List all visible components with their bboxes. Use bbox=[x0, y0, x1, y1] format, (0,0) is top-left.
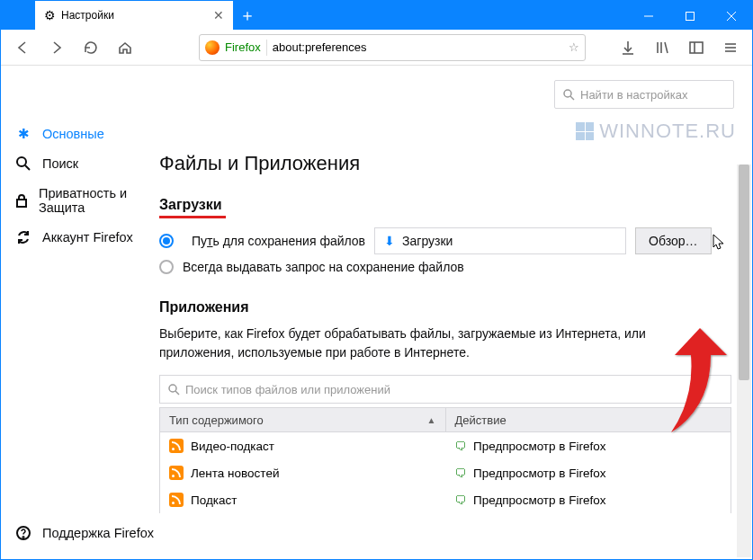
browser-tab[interactable]: ⚙ Настройки ✕ bbox=[35, 1, 233, 30]
watermark: WINNOTE.RU bbox=[576, 120, 736, 143]
divider bbox=[266, 40, 267, 56]
close-tab-icon[interactable]: ✕ bbox=[213, 8, 224, 22]
window-close-button[interactable] bbox=[711, 3, 752, 30]
address-bar[interactable]: Firefox about:preferences ☆ bbox=[199, 34, 586, 61]
search-icon bbox=[167, 383, 180, 396]
preview-icon: 🗨 bbox=[454, 440, 466, 453]
menu-button[interactable] bbox=[716, 33, 745, 62]
gear-icon: ✱ bbox=[13, 127, 33, 141]
preferences-content: WINNOTE.RU Найти в настройках Файлы и Пр… bbox=[152, 66, 752, 559]
apps-search-placeholder: Поиск типов файлов или приложений bbox=[185, 383, 390, 396]
download-folder-name: Загрузки bbox=[402, 234, 453, 248]
col-action: Действие bbox=[446, 408, 731, 431]
table-header[interactable]: Тип содержимого▲ Действие bbox=[159, 407, 731, 432]
svg-point-21 bbox=[169, 385, 176, 392]
new-tab-button[interactable]: ＋ bbox=[233, 1, 262, 30]
sidebar-label: Поддержка Firefox bbox=[42, 526, 154, 540]
url-text: about:preferences bbox=[273, 40, 367, 54]
sidebar-label: Поиск bbox=[42, 156, 78, 171]
apps-heading: Приложения bbox=[159, 299, 249, 316]
sync-icon bbox=[13, 229, 33, 245]
col-content-type: Тип содержимого▲ bbox=[160, 408, 446, 431]
preferences-search[interactable]: Найти в настройках bbox=[554, 80, 734, 109]
svg-rect-16 bbox=[17, 200, 26, 207]
lock-icon bbox=[13, 192, 30, 209]
save-to-row: Путь для сохранения файлов ⬇ Загрузки Об… bbox=[159, 227, 736, 254]
svg-point-19 bbox=[564, 90, 571, 97]
radio-save-to[interactable] bbox=[159, 234, 174, 248]
svg-line-15 bbox=[25, 165, 30, 170]
sort-asc-icon: ▲ bbox=[427, 415, 436, 425]
download-folder-field[interactable]: ⬇ Загрузки bbox=[374, 227, 626, 254]
scrollbar-thumb[interactable] bbox=[739, 164, 749, 380]
rss-icon bbox=[169, 439, 184, 453]
svg-line-20 bbox=[570, 96, 574, 100]
help-icon bbox=[13, 525, 33, 541]
home-button[interactable] bbox=[111, 33, 139, 62]
forward-button[interactable] bbox=[42, 33, 71, 62]
table-row[interactable]: Лента новостей 🗨Предпросмотр в Firefox bbox=[159, 459, 731, 486]
section-title: Файлы и Приложения bbox=[159, 152, 736, 175]
sidebar-label: Приватность и Защита bbox=[39, 186, 139, 215]
window-maximize-button[interactable] bbox=[669, 3, 711, 30]
preferences-sidebar: ✱ Основные Поиск Приватность и Защита Ак… bbox=[1, 66, 152, 559]
search-icon bbox=[562, 88, 575, 101]
svg-line-8 bbox=[665, 42, 668, 53]
gear-icon: ⚙ bbox=[44, 8, 56, 22]
back-button[interactable] bbox=[8, 33, 37, 62]
sidebar-item-account[interactable]: Аккаунт Firefox bbox=[1, 222, 152, 253]
table-row[interactable]: Подкаст 🗨Предпросмотр в Firefox bbox=[159, 486, 731, 513]
browser-navbar: Firefox about:preferences ☆ bbox=[1, 30, 752, 66]
table-row[interactable]: Видео-подкаст 🗨Предпросмотр в Firefox bbox=[159, 432, 731, 459]
preview-icon: 🗨 bbox=[454, 493, 466, 507]
tab-title: Настройки bbox=[61, 9, 114, 22]
sidebar-item-search[interactable]: Поиск bbox=[1, 148, 152, 179]
browse-button[interactable]: Обзор… bbox=[635, 227, 711, 254]
sidebar-item-general[interactable]: ✱ Основные bbox=[1, 120, 152, 148]
sidebar-item-privacy[interactable]: Приватность и Защита bbox=[1, 179, 152, 222]
library-button[interactable] bbox=[648, 33, 677, 62]
svg-point-14 bbox=[17, 157, 26, 166]
sidebar-label: Основные bbox=[42, 127, 104, 141]
always-ask-label: Всегда выдавать запрос на сохранение фай… bbox=[183, 260, 464, 274]
window-titlebar: ⚙ Настройки ✕ ＋ bbox=[1, 1, 752, 30]
svg-point-18 bbox=[22, 537, 23, 538]
url-identity-label: Firefox bbox=[225, 40, 261, 54]
always-ask-row: Всегда выдавать запрос на сохранение фай… bbox=[159, 260, 736, 274]
downloads-heading: Загрузки bbox=[159, 197, 222, 213]
downloads-button[interactable] bbox=[614, 33, 642, 62]
search-icon bbox=[13, 156, 33, 172]
svg-line-22 bbox=[175, 391, 179, 395]
apps-table: Тип содержимого▲ Действие Видео-подкаст … bbox=[159, 407, 731, 513]
firefox-icon bbox=[205, 40, 220, 55]
bookmark-star-icon[interactable]: ☆ bbox=[569, 40, 579, 54]
scrollbar[interactable] bbox=[737, 164, 751, 557]
window-minimize-button[interactable] bbox=[628, 3, 669, 30]
download-arrow-icon: ⬇ bbox=[384, 234, 395, 248]
reload-button[interactable] bbox=[76, 33, 105, 62]
sidebar-label: Аккаунт Firefox bbox=[42, 230, 133, 244]
sidebar-item-support[interactable]: Поддержка Firefox bbox=[1, 518, 166, 548]
radio-always-ask[interactable] bbox=[159, 260, 174, 274]
preview-icon: 🗨 bbox=[454, 467, 466, 480]
search-placeholder: Найти в настройках bbox=[580, 88, 688, 102]
rss-icon bbox=[169, 493, 184, 507]
cursor-icon bbox=[713, 234, 725, 252]
svg-rect-1 bbox=[686, 13, 695, 21]
save-to-label: Путь для сохранения файлов bbox=[192, 234, 365, 248]
apps-description: Выберите, как Firefox будет обрабатывать… bbox=[159, 324, 717, 362]
sidebar-button[interactable] bbox=[682, 33, 711, 62]
rss-icon bbox=[169, 466, 184, 480]
apps-search[interactable]: Поиск типов файлов или приложений bbox=[159, 375, 731, 404]
svg-rect-9 bbox=[690, 42, 703, 53]
